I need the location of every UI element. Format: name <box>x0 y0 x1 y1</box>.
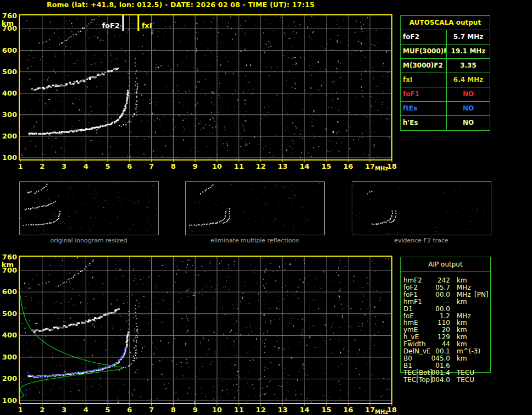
autoscala-row: M(3000)F23.35 <box>401 58 490 73</box>
svg-text:17: 17 <box>365 406 375 414</box>
svg-text:12: 12 <box>256 162 265 170</box>
aip-value: --- <box>420 298 450 306</box>
autoscala-row-value: 5.7 MHz <box>447 30 490 44</box>
autoscala-row: ftEsNO <box>401 101 490 115</box>
svg-text:700: 700 <box>2 24 17 32</box>
svg-text:300: 300 <box>2 110 17 119</box>
svg-text:15: 15 <box>322 406 331 414</box>
aip-label: B1 <box>403 362 412 369</box>
svg-text:18: 18 <box>387 162 397 170</box>
svg-text:100: 100 <box>2 153 17 162</box>
autoscala-row-label: ftEs <box>401 102 447 115</box>
svg-text:15: 15 <box>322 162 331 170</box>
svg-text:13: 13 <box>278 162 287 170</box>
svg-text:9: 9 <box>193 406 198 414</box>
autoscala-row-label: MUF(3000)F2 <box>401 45 447 58</box>
svg-text:200: 200 <box>2 132 17 140</box>
svg-text:11: 11 <box>234 162 244 170</box>
aip-row: D100.0 <box>401 306 490 313</box>
svg-text:18: 18 <box>387 406 397 414</box>
svg-text:500: 500 <box>2 68 17 76</box>
svg-text:14: 14 <box>300 162 309 170</box>
svg-text:200: 200 <box>2 374 17 383</box>
aip-row: foF205.7MHz <box>401 284 490 291</box>
svg-text:10: 10 <box>212 406 222 414</box>
aip-unit: TECU <box>457 377 474 384</box>
svg-text:6: 6 <box>127 162 132 170</box>
aip-row: TEC[Top]004.0TECU <box>401 377 490 384</box>
autoscala-rows: foF25.7 MHzMUF(3000)F219.1 MHzM(3000)F23… <box>401 30 490 130</box>
autoscala-row-label: M(3000)F2 <box>401 59 447 73</box>
svg-text:7: 7 <box>149 162 154 170</box>
caption-eliminate-reflections: eliminate multiple reflections <box>185 237 324 244</box>
svg-text:8: 8 <box>171 162 176 170</box>
aip-unit: TECU <box>457 369 474 377</box>
svg-text:MHz: MHz <box>375 409 388 415</box>
aip-value: 004.0 <box>420 377 450 384</box>
thumbnail-1 <box>186 182 325 235</box>
aip-value: 00.0 <box>420 291 450 298</box>
aip-unit: km <box>457 355 467 362</box>
aip-unit: MHz <box>457 284 471 291</box>
svg-text:5: 5 <box>106 406 110 414</box>
autoscala-row-value: NO <box>447 87 490 101</box>
svg-text:3: 3 <box>62 406 66 414</box>
thumbnail-0 <box>20 182 159 235</box>
svg-text:700: 700 <box>2 266 17 274</box>
autoscala-row-value: 3.35 <box>447 59 490 73</box>
aip-row: TEC[Bot]001.4TECU <box>401 369 490 377</box>
autoscala-row-value: NO <box>447 116 490 130</box>
aip-label: hmF1 <box>403 298 422 306</box>
aip-row: B101.6 <box>401 362 490 369</box>
svg-text:600: 600 <box>2 287 17 296</box>
aip-label: foF1 <box>403 291 418 298</box>
svg-text:MHz: MHz <box>375 165 388 171</box>
svg-text:1: 1 <box>18 406 23 414</box>
autoscala-output-panel: AUTOSCALA output foF25.7 MHzMUF(3000)F21… <box>400 15 490 131</box>
svg-text:10: 10 <box>212 162 222 170</box>
autoscala-row-value: NO <box>447 102 490 115</box>
svg-text:2: 2 <box>40 406 45 414</box>
svg-text:4: 4 <box>84 406 88 414</box>
svg-text:7: 7 <box>149 406 154 414</box>
svg-text:6: 6 <box>127 406 132 414</box>
autoscala-row: fxI6.4 MHz <box>401 73 490 87</box>
aip-unit: MHz <box>457 291 471 298</box>
aip-label: D1 <box>403 306 413 313</box>
aip-output-panel: AIP output hmF2242kmfoF205.7MHzfoF100.0M… <box>400 257 491 373</box>
aip-label: B0 <box>403 355 412 362</box>
svg-text:17: 17 <box>365 162 375 170</box>
aip-value: 05.7 <box>420 284 450 291</box>
svg-text:9: 9 <box>193 162 198 170</box>
svg-text:760: 760 <box>2 12 17 20</box>
marker-label-foF2: foF2 <box>102 21 120 30</box>
autoscala-row-value: 6.4 MHz <box>447 73 490 87</box>
svg-text:4: 4 <box>84 162 88 170</box>
autoscala-row: h'EsNO <box>401 115 490 130</box>
svg-text:16: 16 <box>343 162 353 170</box>
aip-extra: [PN] <box>474 291 489 298</box>
svg-text:1: 1 <box>18 162 23 170</box>
caption-original-ionogram: original ionogram resized <box>19 237 158 244</box>
aip-rows: hmF2242kmfoF205.7MHzfoF100.0MHz[PN]hmF1-… <box>401 257 490 372</box>
electron-density-profile <box>20 295 123 398</box>
autoscala-row: foF25.7 MHz <box>401 30 490 44</box>
station-date-time-title: Rome (lat: +41.8, lon: 012.5) - DATE: 20… <box>47 1 314 9</box>
autoscala-row: foF1NO <box>401 87 490 101</box>
aip-value: 01.6 <box>420 362 450 369</box>
svg-text:3: 3 <box>62 162 66 170</box>
aip-ionogram: 760km70060050040030020010012345678910111… <box>2 253 397 415</box>
svg-text:16: 16 <box>343 406 353 414</box>
svg-text:600: 600 <box>2 46 17 54</box>
svg-text:760: 760 <box>2 253 17 261</box>
svg-text:500: 500 <box>2 309 17 318</box>
aip-row: B0045.0km <box>401 355 490 362</box>
aip-row: hmF1---km <box>401 298 490 306</box>
svg-text:2: 2 <box>40 162 45 170</box>
svg-text:13: 13 <box>278 406 287 414</box>
autoscala-row-value: 19.1 MHz <box>447 45 490 58</box>
svg-text:400: 400 <box>2 331 17 339</box>
autoscala-row: MUF(3000)F219.1 MHz <box>401 44 490 58</box>
aip-value: 045.0 <box>420 355 450 362</box>
aip-unit: km <box>457 298 467 306</box>
